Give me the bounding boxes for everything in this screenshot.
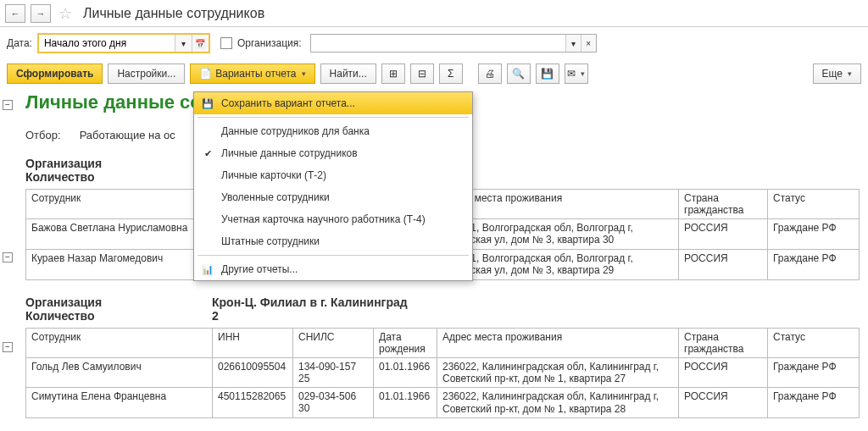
print-button[interactable]: 🖨 [478,64,502,84]
check-icon: ✔ [201,148,214,159]
menu-item-other-reports[interactable]: 📊 Другие отчеты... [194,258,472,280]
table-cell: Симутина Елена Францевна [26,388,213,418]
table-cell: Кураев Назар Магомедович [26,249,213,279]
org-checkbox[interactable] [220,37,232,49]
toolbar: Сформировать Настройки... 📄 Варианты отч… [0,59,868,88]
table-cell: 450115282065 [213,388,293,418]
group-org-label: Организация [25,296,212,309]
table-cell: 01.01.1966 [374,357,437,388]
group-org-label: Организация [25,157,212,170]
org-dropdown-button[interactable]: ▾ [565,35,581,52]
table-cell: РОССИЯ [679,219,768,250]
group-count-value: 2 [212,309,408,323]
variants-label: Варианты отчета [215,68,296,80]
column-header[interactable]: Статус [768,190,860,219]
report-variants-button[interactable]: 📄 Варианты отчета ▾ [190,64,314,84]
outline-node[interactable]: − [3,252,13,262]
table-cell: 400131, Волгоградская обл, Волгоград г, … [437,249,679,279]
more-button[interactable]: Еще▾ [813,64,861,84]
table-cell: РОССИЯ [679,357,768,388]
menu-item-label: Уволенные сотрудники [221,191,330,203]
org-input[interactable] [311,35,565,52]
outline-bar: − − − [0,88,17,431]
form-button[interactable]: Сформировать [7,64,103,84]
menu-item-label: Сохранить вариант отчета... [221,97,355,109]
group-count-label: Количество [25,170,212,184]
menu-item-label: Учетная карточка научного работника (Т-4… [221,213,426,225]
outline-node[interactable]: − [3,100,13,110]
sum-button[interactable]: Σ [439,64,463,84]
more-button-label: Еще [822,68,843,80]
date-calendar-button[interactable]: 📅 [192,35,209,52]
favorite-star-icon[interactable]: ☆ [56,4,75,23]
column-header[interactable]: Адрес места проживания [437,190,679,219]
group-org-value: Крон-Ц. Филиал в г. Калининград [212,296,408,309]
titlebar: ← → ☆ Личные данные сотрудников [0,0,868,27]
menu-item-label: Данные сотрудников для банка [221,125,370,137]
chevron-down-icon: ▾ [581,69,585,78]
date-input[interactable] [39,35,175,52]
date-dropdown-button[interactable]: ▾ [175,35,192,52]
back-button[interactable]: ← [5,4,25,23]
table-cell: Бажова Светлана Нурисламовна [26,219,213,250]
find-button[interactable]: Найти... [320,64,376,84]
column-header[interactable]: СНИЛС [293,328,374,357]
column-header[interactable]: Статус [768,328,860,357]
menu-item-variant[interactable]: Личные карточки (Т-2) [194,164,472,186]
table-cell: 026610095504 [213,357,293,388]
date-field-wrap: ▾ 📅 [37,33,210,53]
form-button-label: Сформировать [16,68,93,80]
forward-button[interactable]: → [31,4,51,23]
filter-row: Дата: ▾ 📅 Организация: ▾ × [0,27,868,59]
outline-node[interactable]: − [3,342,13,352]
table-cell: Граждане РФ [768,357,860,388]
menu-item-variant[interactable]: Уволенные сотрудники [194,186,472,208]
org-select-wrap: ▾ × [310,34,597,52]
menu-item-label: Другие отчеты... [221,263,298,275]
settings-button-label: Настройки... [117,68,175,80]
column-header[interactable]: Дата рождения [374,328,437,357]
settings-button[interactable]: Настройки... [108,64,185,84]
table-row[interactable]: Гольд Лев Самуилович026610095504134-090-… [26,357,860,388]
save-icon: 💾 [201,98,214,109]
table-cell: Граждане РФ [768,249,860,279]
email-button[interactable]: ✉▾ [565,64,588,84]
menu-item-variant[interactable]: Учетная карточка научного работника (Т-4… [194,208,472,230]
column-header[interactable]: Страна гражданства [679,190,768,219]
page-title: Личные данные сотрудников [83,6,264,21]
table-cell: РОССИЯ [679,388,768,418]
preview-button[interactable]: 🔍 [507,64,531,84]
table-cell: РОССИЯ [679,249,768,279]
date-label: Дата: [7,37,32,49]
org-label: Организация: [237,37,302,49]
save-button[interactable]: 💾 [536,64,559,84]
menu-item-variant[interactable]: Данные сотрудников для банка [194,120,472,142]
table-cell: 134-090-157 25 [293,357,374,388]
table-cell: 400131, Волгоградская обл, Волгоград г, … [437,219,679,250]
table-cell: 236022, Калининградская обл, Калининград… [437,388,679,418]
menu-item-variant[interactable]: ✔Личные данные сотрудников [194,142,472,164]
column-header[interactable]: Сотрудник [26,190,213,219]
group-count-label: Количество [25,309,212,323]
filter-value: Работающие на ос [80,129,175,141]
menu-item-variant[interactable]: Штатные сотрудники [194,230,472,252]
org-clear-button[interactable]: × [581,35,596,52]
menu-separator [198,117,469,118]
table-cell: Гольд Лев Самуилович [26,357,213,388]
report-table: СотрудникИННСНИЛСДата рожденияАдрес мест… [25,328,860,419]
chevron-down-icon: ▾ [302,69,306,78]
find-button-label: Найти... [330,68,367,80]
table-cell: Граждане РФ [768,388,860,418]
group-header: ОрганизацияКоличествоКрон-Ц. Филиал в г.… [25,296,860,323]
column-header[interactable]: Адрес места проживания [437,328,679,357]
table-cell: 029-034-506 30 [293,388,374,418]
column-header[interactable]: Сотрудник [26,328,213,357]
column-header[interactable]: ИНН [213,328,293,357]
table-row[interactable]: Симутина Елена Францевна450115282065029-… [26,388,860,418]
menu-item-save-variant[interactable]: 💾 Сохранить вариант отчета... [194,92,472,114]
expand-button[interactable]: ⊞ [381,64,405,84]
column-header[interactable]: Страна гражданства [679,328,768,357]
menu-separator [198,255,469,256]
table-cell: 01.01.1966 [374,388,437,418]
collapse-button[interactable]: ⊟ [410,64,434,84]
